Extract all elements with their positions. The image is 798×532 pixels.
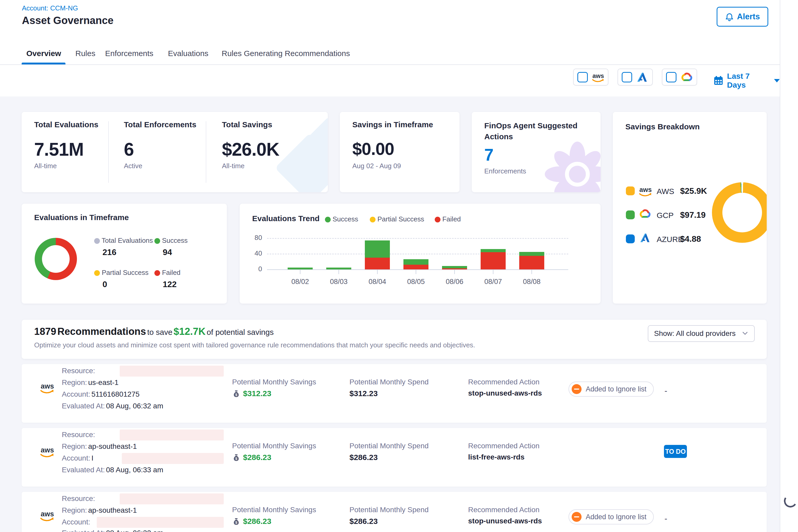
- aws-checkbox[interactable]: [577, 72, 588, 82]
- x-axis-tick: [300, 270, 300, 274]
- savings-column-label: Potential Monthly Savings: [232, 378, 316, 386]
- provider-filter-aws[interactable]: [573, 69, 608, 86]
- recommendations-count: 1879: [34, 326, 56, 337]
- evaluations-timeframe-title: Evaluations in Timeframe: [34, 213, 129, 222]
- total-savings-value: $26.0K: [222, 139, 279, 160]
- trend-bar-segment: [481, 252, 506, 269]
- savings-breakdown-title: Savings Breakdown: [625, 122, 700, 131]
- evaluated-line: Evaluated At: 08 Aug, 06:33 am: [62, 466, 163, 474]
- divider: [206, 121, 206, 183]
- provider-filter-gcp[interactable]: [662, 69, 697, 86]
- money-bag-icon: [232, 453, 241, 461]
- help-widget-partial-icon[interactable]: [783, 493, 798, 509]
- empty-status-dash: -: [664, 514, 667, 524]
- recommended-action-value: stop-unused-aws-rds: [468, 517, 542, 525]
- gcp-legend-chip: [626, 210, 635, 219]
- redacted-account-value: [122, 453, 224, 464]
- tab-overview[interactable]: Overview: [26, 49, 61, 58]
- azure-legend-value: $4.88: [680, 234, 701, 244]
- recommendations-save-amount: $12.7K: [174, 326, 206, 337]
- minus-circle-icon: [572, 512, 582, 522]
- added-to-ignore-list-badge[interactable]: Added to Ignore list: [569, 509, 654, 525]
- aws-icon: [592, 71, 604, 83]
- total-evaluations-sublabel: All-time: [34, 162, 57, 170]
- recommendation-row[interactable]: Resource: Region: ap-southeast-1 Account…: [22, 492, 767, 532]
- calendar-icon: [714, 76, 723, 86]
- cloud-provider-filter-dropdown[interactable]: Show: All cloud providers: [648, 325, 755, 342]
- tab-rules-generating-recommendations[interactable]: Rules Generating Recommendations: [222, 49, 350, 58]
- total-enforcements-label: Total Enforcements: [124, 120, 196, 129]
- recommendations-title: 1879 Recommendations to save $12.7K of p…: [34, 326, 273, 337]
- filter-bar: Last 7 Days: [0, 65, 780, 96]
- recommendation-row[interactable]: Resource: Region: ap-southeast-1 Account…: [22, 428, 767, 487]
- account-line: Account: 511616801275: [62, 390, 139, 398]
- trend-bar-segment: [403, 259, 429, 265]
- savings-in-timeframe-card: Savings in Timeframe $0.00 Aug 02 - Aug …: [340, 112, 459, 192]
- region-line: Region: us-east-1: [62, 378, 119, 387]
- gridline: [267, 238, 568, 239]
- donut-hole: [722, 193, 762, 232]
- recommendation-row[interactable]: Resource: Region: us-east-1 Account: 511…: [22, 364, 767, 423]
- x-axis-label: 08/03: [320, 278, 358, 286]
- legend-dot: [94, 238, 100, 244]
- spend-value: $312.23: [349, 389, 378, 398]
- trend-bar-segment: [519, 256, 544, 270]
- savings-value: $286.23: [232, 517, 271, 526]
- flower-watermark: [545, 141, 601, 192]
- gcp-checkbox[interactable]: [666, 72, 677, 82]
- action-column-label: Recommended Action: [468, 506, 539, 514]
- alerts-button[interactable]: Alerts: [717, 7, 768, 26]
- todo-status-badge: TO DO: [664, 445, 687, 458]
- right-side-panel: [780, 0, 798, 532]
- finops-actions-card: FinOps Agent Suggested Actions 7 Enforce…: [472, 112, 601, 192]
- dropdown-selected-value: Show: All cloud providers: [654, 329, 736, 338]
- recommendations-subtitle: Optimize your cloud assets and minimize …: [34, 341, 475, 349]
- gridline: [267, 269, 568, 270]
- spend-value: $286.23: [349, 453, 378, 462]
- money-bag-icon: [232, 517, 241, 526]
- spend-column-label: Potential Monthly Spend: [349, 378, 429, 386]
- account-breadcrumb-link[interactable]: Account: CCM-NG: [22, 4, 78, 12]
- aws-icon: [40, 382, 54, 394]
- x-axis-label: 08/06: [435, 278, 474, 286]
- recommendations-save-suffix: of potential savings: [207, 328, 274, 337]
- action-column-label: Recommended Action: [468, 442, 539, 450]
- recommended-action-value: stop-unused-aws-rds: [468, 389, 542, 397]
- total-evaluations-label: Total Evaluations: [34, 120, 98, 129]
- azure-icon: [640, 233, 650, 243]
- provider-filter-azure[interactable]: [618, 69, 653, 86]
- tab-enforcements[interactable]: Enforcements: [105, 49, 153, 58]
- caret-down-icon: [774, 79, 780, 82]
- legend-dot: [154, 238, 160, 244]
- added-to-ignore-list-badge[interactable]: Added to Ignore list: [569, 382, 654, 397]
- active-tab-underline: [22, 62, 65, 64]
- recommended-action-value: list-free-aws-rds: [468, 453, 525, 461]
- total-savings-label: Total Savings: [222, 120, 272, 129]
- account-line: Account: I: [62, 454, 93, 462]
- evaluated-line: Evaluated At: 08 Aug, 06:32 am: [62, 529, 163, 532]
- savings-column-label: Potential Monthly Savings: [232, 442, 316, 450]
- total-evaluations-value: 7.51M: [34, 139, 84, 160]
- spend-column-label: Potential Monthly Spend: [349, 442, 429, 450]
- savings-timeframe-value: $0.00: [352, 139, 394, 159]
- trend-bar-segment: [519, 252, 544, 256]
- legend-dot: [154, 270, 160, 276]
- azure-icon: [636, 72, 648, 82]
- gcp-icon: [681, 72, 692, 82]
- savings-value: $286.23: [232, 453, 271, 462]
- chevron-down-icon: [742, 330, 748, 337]
- azure-checkbox[interactable]: [622, 72, 632, 82]
- legend-total-evaluations: Total Evaluations: [94, 236, 153, 245]
- aws-icon: [639, 185, 652, 197]
- tab-evaluations[interactable]: Evaluations: [168, 49, 208, 58]
- x-axis-tick: [454, 270, 455, 274]
- resource-line: Resource:: [62, 431, 95, 439]
- region-line: Region: ap-southeast-1: [62, 442, 137, 451]
- redacted-resource-value: [120, 493, 224, 505]
- finops-sublabel: Enforcements: [484, 167, 526, 175]
- minus-circle-icon: [572, 384, 582, 394]
- legend-success: Success: [154, 236, 188, 245]
- tab-rules[interactable]: Rules: [75, 49, 95, 58]
- date-range-selector[interactable]: Last 7 Days: [714, 72, 780, 90]
- legend-partial-success: Partial Success: [94, 269, 148, 277]
